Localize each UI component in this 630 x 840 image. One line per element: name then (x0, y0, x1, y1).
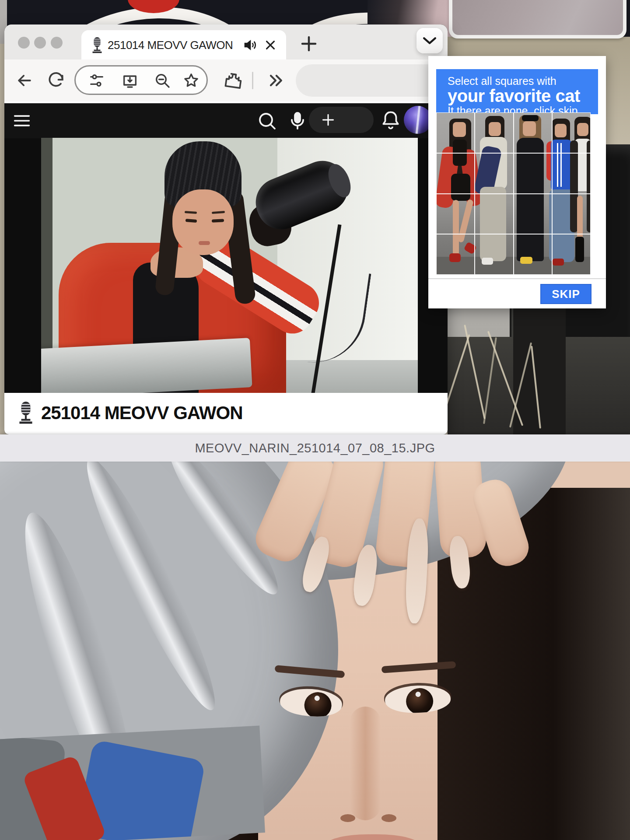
nose (350, 707, 381, 820)
blurred-portrait (452, 0, 623, 35)
captcha-line1: Select all squares with (448, 75, 598, 87)
back-arrow-icon[interactable] (15, 71, 34, 90)
captcha-cell[interactable] (475, 194, 513, 234)
toolbar-separator (252, 72, 253, 89)
captcha-grid-cells (436, 112, 591, 275)
browser-toolbar (4, 60, 448, 102)
bottom-photo (0, 462, 630, 840)
notifications-bell-icon[interactable] (380, 109, 402, 131)
captcha-cell[interactable] (552, 194, 591, 234)
create-button[interactable] (309, 107, 374, 133)
captcha-cell[interactable] (552, 112, 591, 153)
traffic-light-maximize[interactable] (51, 37, 63, 49)
video-caption-bar: 251014 MEOVV GAWON (4, 393, 448, 434)
tab-title: 251014 MEOVV GAWON (108, 38, 233, 52)
tab-close-icon[interactable] (264, 39, 276, 51)
captcha-cell[interactable] (552, 234, 591, 275)
window-chevron-down-button[interactable] (416, 28, 443, 53)
video-frame[interactable] (41, 138, 418, 393)
captcha-cell[interactable] (475, 112, 513, 153)
microphone-icon[interactable] (287, 110, 308, 131)
captcha-subject: your favorite cat (448, 87, 598, 105)
nostril (382, 814, 396, 822)
site-top-bar (4, 103, 448, 138)
captcha-cell[interactable] (514, 112, 552, 153)
traffic-light-minimize[interactable] (34, 37, 46, 49)
lips (199, 241, 210, 245)
overflow-chevrons-icon[interactable] (266, 71, 285, 90)
star-bookmark-icon[interactable] (182, 72, 200, 89)
captcha-skip-button[interactable]: SKIP (540, 284, 592, 304)
eye (212, 219, 224, 222)
tab-bar: 251014 MEOVV GAWON (4, 24, 448, 60)
captcha-cell[interactable] (436, 234, 475, 275)
captcha-instructions: Select all squares with your favorite ca… (436, 69, 598, 114)
browser-tab[interactable]: 251014 MEOVV GAWON (81, 30, 286, 60)
captcha-cell[interactable] (436, 112, 475, 153)
video-title: 251014 MEOVV GAWON (41, 402, 243, 424)
extensions-puzzle-icon[interactable] (223, 71, 242, 90)
search-icon[interactable] (256, 110, 277, 131)
browser-window: 251014 MEOVV GAWON (4, 24, 448, 434)
profile-avatar[interactable] (404, 106, 432, 134)
captcha-panel: Select all squares with your favorite ca… (428, 56, 606, 308)
captcha-cell[interactable] (552, 153, 591, 194)
traffic-light-close[interactable] (18, 37, 30, 49)
screenshot-root: 251014 MEOVV GAWON (0, 0, 630, 840)
captcha-cell[interactable] (436, 194, 475, 234)
screen-download-icon[interactable] (121, 72, 139, 89)
captcha-cell[interactable] (514, 153, 552, 194)
captcha-cell[interactable] (475, 234, 513, 275)
background-photo-card (449, 0, 626, 38)
refresh-icon[interactable] (46, 71, 66, 90)
studio-microphone-icon (15, 400, 37, 425)
toolbar-pill-group (74, 65, 208, 95)
captcha-separator (428, 278, 606, 279)
address-bar[interactable] (296, 64, 448, 97)
zoom-out-icon[interactable] (154, 72, 171, 89)
filename-bar: MEOVV_NARIN_251014_07_08_15.JPG (0, 434, 630, 462)
menu-hamburger-icon[interactable] (12, 112, 32, 130)
captcha-cell[interactable] (475, 153, 513, 194)
tune-sliders-icon[interactable] (88, 72, 105, 89)
studio-microphone-icon (89, 36, 105, 54)
printed-jacket (0, 725, 265, 840)
speaker-playing-icon[interactable] (243, 38, 257, 52)
captcha-cell[interactable] (514, 194, 552, 234)
filename-text: MEOVV_NARIN_251014_07_08_15.JPG (195, 441, 435, 455)
nostril (340, 814, 355, 822)
face (172, 189, 234, 255)
new-tab-button[interactable] (296, 31, 322, 57)
captcha-cell[interactable] (436, 153, 475, 194)
captcha-cell[interactable] (514, 234, 552, 275)
